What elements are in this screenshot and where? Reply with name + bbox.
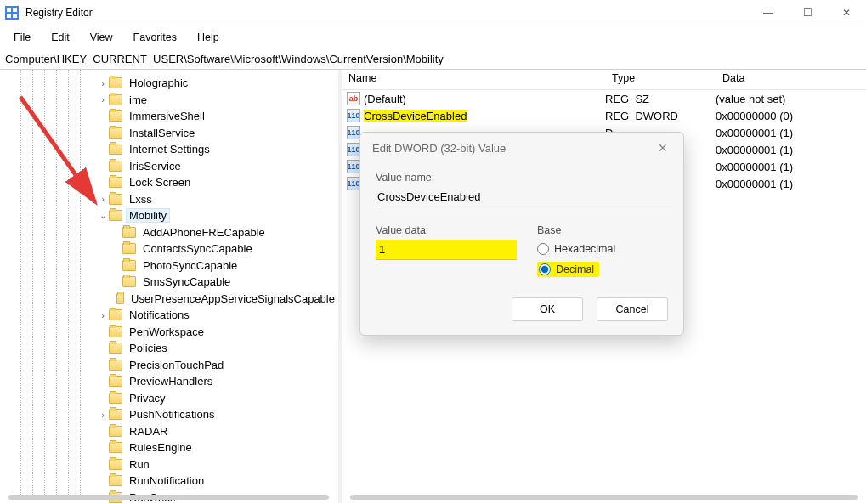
tree-item-smssynccapable[interactable]: ›SmsSyncCapable bbox=[0, 274, 337, 291]
menu-favorites[interactable]: Favorites bbox=[125, 28, 185, 47]
tree-item-internet-settings[interactable]: ›Internet Settings bbox=[0, 141, 337, 158]
address-bar[interactable]: Computer\HKEY_CURRENT_USER\Software\Micr… bbox=[0, 49, 866, 70]
expand-icon[interactable]: › bbox=[97, 77, 109, 89]
value-data: 0x00000001 (1) bbox=[716, 178, 866, 190]
tree-item-label: RulesEngine bbox=[127, 441, 195, 454]
value-data: 0x00000001 (1) bbox=[716, 127, 866, 139]
tree-item-runnotification[interactable]: ›RunNotification bbox=[0, 473, 337, 490]
tree-item-pushnotifications[interactable]: ›PushNotifications bbox=[0, 406, 337, 423]
ok-button[interactable]: OK bbox=[512, 297, 583, 321]
tree-item-immersiveshell[interactable]: ›ImmersiveShell bbox=[0, 108, 337, 125]
tree-item-mobility[interactable]: ⌄Mobility bbox=[0, 207, 337, 224]
tree-item-irisservice[interactable]: ›IrisService bbox=[0, 158, 337, 175]
expand-icon[interactable]: › bbox=[97, 93, 109, 105]
tree-item-label: PushNotifications bbox=[127, 408, 217, 421]
base-label: Base bbox=[537, 224, 668, 236]
folder-icon bbox=[109, 194, 122, 205]
minimize-button[interactable]: — bbox=[749, 0, 788, 25]
tree-item-photosynccapable[interactable]: ›PhotoSyncCapable bbox=[0, 258, 337, 275]
radio-hexadecimal[interactable]: Hexadecimal bbox=[537, 243, 668, 255]
folder-icon bbox=[109, 177, 122, 188]
expand-icon[interactable]: ⌄ bbox=[97, 210, 109, 222]
tree-item-label: AddAPhoneFRECapable bbox=[140, 226, 268, 239]
expand-icon[interactable]: › bbox=[97, 409, 109, 421]
menu-help[interactable]: Help bbox=[189, 28, 228, 47]
close-button[interactable]: ✕ bbox=[827, 0, 866, 25]
value-data: 0x00000001 (1) bbox=[716, 161, 866, 173]
tree-item-userpresenceappservicesignalscapable[interactable]: ›UserPresenceAppServiceSignalsCapable bbox=[0, 291, 337, 308]
radio-decimal[interactable]: Decimal bbox=[537, 262, 599, 277]
radio-dec-input[interactable] bbox=[539, 263, 551, 275]
folder-icon bbox=[109, 110, 122, 122]
folder-icon bbox=[109, 459, 122, 470]
dialog-title-bar[interactable]: Edit DWORD (32-bit) Value ✕ bbox=[360, 133, 683, 163]
tree-item-lock-screen[interactable]: ›Lock Screen bbox=[0, 174, 337, 191]
tree-item-label: Holographic bbox=[127, 76, 190, 89]
column-type[interactable]: Type bbox=[605, 70, 716, 89]
menu-view[interactable]: View bbox=[82, 28, 122, 47]
tree-item-precisiontouchpad[interactable]: ›PrecisionTouchPad bbox=[0, 357, 337, 374]
dialog-body: Value name: Value data: Base Hexadecimal… bbox=[360, 163, 683, 335]
tree-item-contactssynccapable[interactable]: ›ContactsSyncCapable bbox=[0, 241, 337, 258]
dword-value-icon: 110 bbox=[347, 177, 360, 190]
tree-item-ime[interactable]: ›ime bbox=[0, 92, 337, 109]
folder-icon bbox=[109, 94, 122, 105]
expand-icon[interactable]: › bbox=[97, 193, 109, 205]
window-controls: — ☐ ✕ bbox=[749, 0, 866, 25]
tree-item-label: RunOnce bbox=[127, 491, 178, 503]
value-row[interactable]: 110CrossDeviceEnabledREG_DWORD0x00000000… bbox=[342, 107, 866, 124]
value-name-label: Value name: bbox=[376, 172, 668, 184]
value-name-field[interactable] bbox=[376, 187, 673, 207]
folder-icon bbox=[109, 409, 122, 420]
base-fieldset: Hexadecimal Decimal bbox=[537, 240, 668, 280]
folder-icon bbox=[109, 360, 122, 371]
tree-item-previewhandlers[interactable]: ›PreviewHandlers bbox=[0, 373, 337, 390]
column-name[interactable]: Name bbox=[342, 70, 605, 89]
folder-icon bbox=[109, 144, 122, 155]
tree-item-rulesengine[interactable]: ›RulesEngine bbox=[0, 439, 337, 456]
value-row[interactable]: ab(Default)REG_SZ(value not set) bbox=[342, 90, 866, 107]
dword-value-icon: 110 bbox=[347, 143, 360, 156]
tree-item-label: RADAR bbox=[127, 425, 171, 438]
cancel-button[interactable]: Cancel bbox=[597, 297, 668, 321]
tree-pane[interactable]: ›Holographic›ime›ImmersiveShell›InstallS… bbox=[0, 70, 338, 503]
maximize-button[interactable]: ☐ bbox=[788, 0, 827, 25]
folder-icon bbox=[109, 376, 122, 387]
folder-icon bbox=[109, 210, 122, 221]
radio-hex-input[interactable] bbox=[537, 243, 549, 255]
value-data-field[interactable] bbox=[376, 240, 517, 260]
tree-item-runonce[interactable]: ›RunOnce bbox=[0, 490, 337, 504]
folder-icon bbox=[109, 393, 122, 404]
dialog-close-button[interactable]: ✕ bbox=[651, 138, 675, 158]
tree-item-label: PhotoSyncCapable bbox=[140, 259, 240, 272]
tree-item-installservice[interactable]: ›InstallService bbox=[0, 125, 337, 142]
tree-item-penworkspace[interactable]: ›PenWorkspace bbox=[0, 324, 337, 341]
tree-item-label: SmsSyncCapable bbox=[140, 275, 233, 288]
app-icon bbox=[5, 6, 19, 20]
tree-item-radar[interactable]: ›RADAR bbox=[0, 423, 337, 440]
folder-icon bbox=[109, 442, 122, 453]
folder-icon bbox=[109, 161, 122, 172]
tree-item-policies[interactable]: ›Policies bbox=[0, 340, 337, 357]
value-data: 0x00000000 (0) bbox=[716, 110, 866, 122]
svg-rect-0 bbox=[7, 8, 11, 12]
tree-item-notifications[interactable]: ›Notifications bbox=[0, 307, 337, 324]
folder-icon bbox=[109, 492, 122, 503]
tree-item-label: UserPresenceAppServiceSignalsCapable bbox=[128, 292, 337, 305]
expand-icon[interactable]: › bbox=[97, 309, 109, 321]
tree-item-privacy[interactable]: ›Privacy bbox=[0, 390, 337, 407]
svg-rect-1 bbox=[13, 8, 17, 12]
tree-item-lxss[interactable]: ›Lxss bbox=[0, 191, 337, 208]
tree-item-label: Run bbox=[127, 458, 152, 471]
tree-item-label: Notifications bbox=[127, 309, 192, 321]
tree-item-label: Privacy bbox=[127, 392, 168, 405]
column-data[interactable]: Data bbox=[716, 70, 866, 89]
menu-edit[interactable]: Edit bbox=[42, 28, 78, 47]
tree-item-run[interactable]: ›Run bbox=[0, 456, 337, 473]
tree-item-addaphonefrecapable[interactable]: ›AddAPhoneFRECapable bbox=[0, 224, 337, 241]
dword-value-icon: 110 bbox=[347, 160, 360, 173]
tree-item-holographic[interactable]: ›Holographic bbox=[0, 75, 337, 92]
svg-rect-2 bbox=[7, 14, 11, 18]
menu-file[interactable]: File bbox=[5, 28, 39, 47]
tree: ›Holographic›ime›ImmersiveShell›InstallS… bbox=[0, 70, 337, 503]
